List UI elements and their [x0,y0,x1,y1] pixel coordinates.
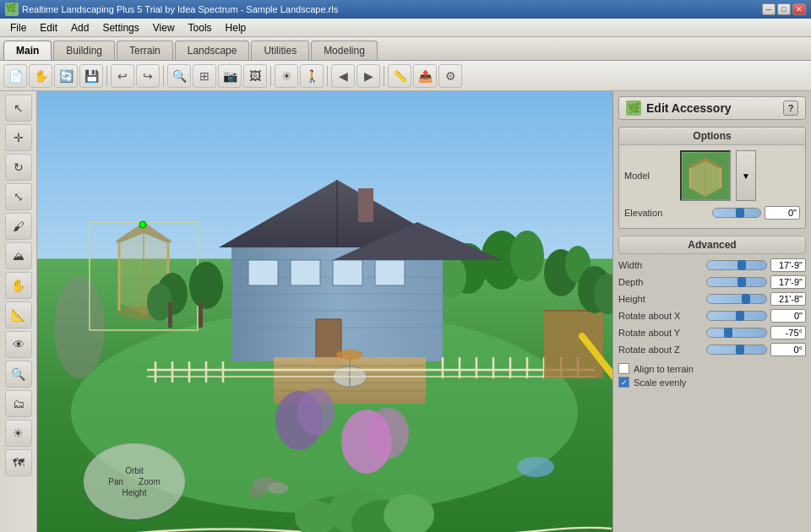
tab-main[interactable]: Main [3,41,52,60]
rotate-y-value[interactable]: -75° [770,326,806,339]
move-tool[interactable]: ✛ [5,124,32,151]
svg-point-9 [54,277,105,378]
maximize-button[interactable]: □ [777,3,791,15]
width-value[interactable]: 17'-9" [770,258,806,272]
checkmark-icon: ✓ [621,378,628,387]
new-tool-button[interactable]: 📄 [3,64,27,88]
select-tool[interactable]: ↖ [5,95,32,122]
toolbar-separator-1 [106,66,107,86]
main-toolbar: 📄 ✋ 🔄 💾 ↩ ↪ 🔍 ⊞ 📷 🖼 ☀ 🚶 ◀ ▶ 📏 📤 ⚙ [0,61,811,91]
settings-tool-button[interactable]: ⚙ [438,64,462,88]
layer-tool[interactable]: 🗂 [5,390,32,417]
redo-tool-button[interactable]: ↪ [136,64,160,88]
depth-label: Depth [618,277,703,287]
sun-tool-button[interactable]: ☀ [275,64,298,88]
paint-tool[interactable]: 🖌 [5,213,32,240]
map-tool[interactable]: 🗺 [5,449,32,476]
tab-building[interactable]: Building [53,41,115,60]
pan-label: Pan [108,477,123,486]
close-button[interactable]: ✕ [792,3,806,15]
rotate-x-value[interactable]: 0" [770,309,806,323]
next-tool-button[interactable]: ▶ [357,64,380,88]
rotate-x-slider[interactable] [706,311,767,321]
height-value[interactable]: 21'-8" [770,292,806,306]
viewport[interactable]: Orbit Pan Zoom Height [37,91,612,532]
depth-value[interactable]: 17'-9" [770,275,806,289]
menu-view[interactable]: View [146,20,182,35]
measure-left-tool[interactable]: 📐 [5,301,32,328]
model-preview[interactable] [680,150,731,201]
toolbar-separator-5 [384,66,384,86]
rotate-z-slider[interactable] [706,345,767,355]
rotate-y-row: Rotate about Y -75° [618,326,806,339]
content-area: ↖ ✛ ↻ ⤡ 🖌 ⛰ ✋ 📐 👁 🔍 🗂 ☀ 🗺 [0,91,811,532]
svg-rect-49 [544,311,603,378]
svg-point-61 [297,388,335,436]
menu-edit[interactable]: Edit [33,20,64,35]
rotate-x-label: Rotate about X [618,311,703,321]
camera-tool-button[interactable]: 📷 [218,64,242,88]
tab-utilities[interactable]: Utilities [251,41,309,60]
export-tool-button[interactable]: 📤 [413,64,437,88]
rotate-tool[interactable]: ↻ [5,154,32,181]
minimize-button[interactable]: ─ [762,3,776,15]
depth-slider[interactable] [706,277,767,287]
elevation-row: Elevation 0" [624,206,800,220]
navigation-compass[interactable]: Orbit Pan Zoom Height [84,443,185,519]
zoom-in-tool-button[interactable]: 🔍 [167,64,191,88]
tab-modeling[interactable]: Modeling [311,41,378,60]
pan-tool-button[interactable]: ✋ [29,64,52,88]
menu-help[interactable]: Help [219,20,253,35]
tab-landscape[interactable]: Landscape [175,41,250,60]
scale-evenly-checkbox[interactable]: ✓ [618,377,629,388]
elevation-slider[interactable] [712,208,761,218]
toolbar-separator-4 [327,66,328,86]
render-tool-button[interactable]: 🖼 [243,64,267,88]
width-row: Width 17'-9" [618,258,806,272]
help-button[interactable]: ? [783,100,798,116]
rotate-y-label: Rotate about Y [618,328,703,338]
tab-bar: Main Building Terrain Landscape Utilitie… [0,37,811,61]
options-section: Options Model [618,127,806,229]
orbit-label: Orbit [125,466,144,475]
align-terrain-checkbox[interactable] [618,363,629,374]
options-content: Model ▼ [619,145,805,228]
hand-tool[interactable]: ✋ [5,272,32,299]
window-controls[interactable]: ─ □ ✕ [762,3,806,15]
align-terrain-row: Align to terrain [618,363,806,374]
options-section-header: Options [619,128,805,145]
orbit-tool-button[interactable]: 🔄 [54,64,78,88]
svg-point-32 [336,350,363,360]
menu-settings[interactable]: Settings [95,20,145,35]
svg-rect-79 [199,302,203,328]
checkbox-group: Align to terrain ✓ Scale evenly [618,363,806,388]
advanced-header: Advanced [618,236,806,254]
width-slider[interactable] [706,260,767,270]
tab-terrain[interactable]: Terrain [117,41,173,60]
rotate-z-value[interactable]: 0° [770,343,806,356]
model-dropdown-button[interactable]: ▼ [736,150,756,201]
model-preview-svg [683,153,729,199]
zoom-left-tool[interactable]: 🔍 [5,361,32,388]
title-bar: 🌿 Realtime Landscaping Plus 5 Trial by I… [0,0,811,19]
sun-left-tool[interactable]: ☀ [5,420,32,447]
walk-tool-button[interactable]: 🚶 [300,64,324,88]
terrain-tool[interactable]: ⛰ [5,242,32,269]
menu-add[interactable]: Add [64,20,95,35]
elevation-label: Elevation [624,208,709,218]
save-tool-button[interactable]: 💾 [79,64,103,88]
undo-tool-button[interactable]: ↩ [111,64,134,88]
zoom-fit-tool-button[interactable]: ⊞ [193,64,216,88]
rotate-y-slider[interactable] [706,328,767,338]
elevation-value[interactable]: 0" [765,206,800,220]
scale-tool[interactable]: ⤡ [5,183,32,210]
menu-tools[interactable]: Tools [182,20,219,35]
eye-tool[interactable]: 👁 [5,331,32,358]
prev-tool-button[interactable]: ◀ [331,64,355,88]
svg-point-70 [268,482,288,494]
window-title: Realtime Landscaping Plus 5 Trial by Ide… [22,4,762,14]
menu-file[interactable]: File [3,20,33,35]
measure-tool-button[interactable]: 📏 [388,64,411,88]
height-label: Height [122,488,147,497]
height-slider[interactable] [706,294,767,304]
